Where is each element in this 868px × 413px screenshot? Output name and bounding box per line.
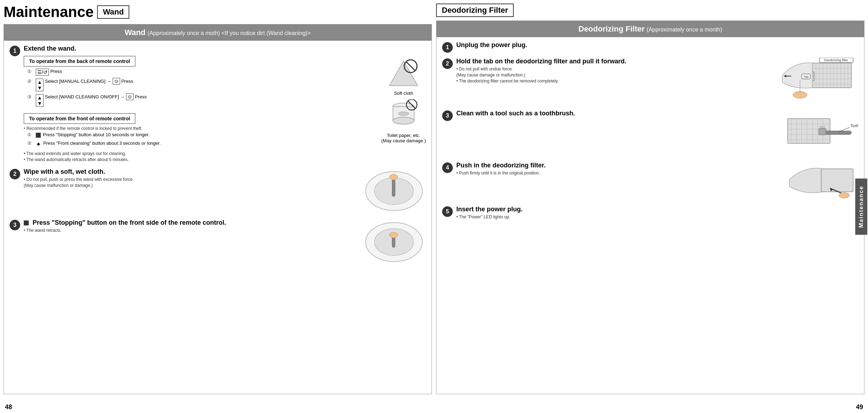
svg-rect-55 xyxy=(823,131,851,134)
wand-tab-badge[interactable]: Wand xyxy=(97,5,129,19)
back-substeps: ① ☰/↺ Press ② ▲▼ Select [MANUAL CLEANING… xyxy=(27,69,371,107)
wand-section-content: 1 Extend the wand. To operate from the b… xyxy=(4,41,432,394)
deod-step-2-title: Hold the tab on the deodorizing filter a… xyxy=(456,58,777,65)
deod-header-sub: (Approximately once a month) xyxy=(647,27,722,33)
deod-step-3-content: Clean with a tool such as a toothbrush. xyxy=(456,110,858,157)
back-substep-2: ② ▲▼ Select [MANUAL CLEANING] → ⊙ Press xyxy=(27,79,371,91)
step-1-circle: 1 xyxy=(10,46,20,56)
deod-step-1-circle: 1 xyxy=(442,42,453,53)
deod-step-4-circle: 4 xyxy=(442,162,453,173)
deod-step-2-content: Hold the tab on the deodorizing filter a… xyxy=(456,58,858,105)
deod-step-4: 4 Push in the deodorizing filter. • Push… xyxy=(442,162,858,201)
page-title: Maintenance xyxy=(4,4,94,21)
front-substeps: ① Press "Stopping" button about 10 secon… xyxy=(27,132,371,148)
toothbrush-illustration: Toothbrush, etc. xyxy=(780,110,858,156)
right-header: Deodorizing Filter xyxy=(436,4,864,17)
deod-step-3: 3 Clean with a tool such as a toothbrush… xyxy=(442,110,858,157)
svg-text:Deodorizing filter: Deodorizing filter xyxy=(824,58,848,62)
wand-section-box: Wand (Approximately once a moth) <If you… xyxy=(4,24,432,394)
deod-step-3-title: Clean with a tool such as a toothbrush. xyxy=(456,110,777,117)
soft-cloth-image: Soft cloth xyxy=(386,57,421,96)
deod-step-5-content: Insert the power plug. • The "Power" LED… xyxy=(456,206,858,220)
deod-step-3-circle: 3 xyxy=(442,110,453,121)
deod-step-4-title: Push in the deodorizing filter. xyxy=(456,162,784,169)
side-tab: Maintenance xyxy=(855,178,867,235)
front-substep-1: ① Press "Stopping" button about 10 secon… xyxy=(27,132,371,138)
deod-step-4-content: Push in the deodorizing filter. • Push f… xyxy=(456,162,858,201)
wand-step-2: 2 Wipe with a soft, wet cloth. • Do not … xyxy=(10,168,426,214)
right-section: Deodorizing Filter Deodorizing Filter (A… xyxy=(436,4,864,394)
step-3-content: Press "Stopping" button on the front sid… xyxy=(24,219,426,265)
side-tab-container: Maintenance xyxy=(855,178,868,235)
back-substep-1: ① ☰/↺ Press xyxy=(27,69,371,76)
deod-section-content: 1 Unplug the power plug. 2 Hold the tab … xyxy=(436,37,864,394)
front-substep-2: ② ✦ Press "Front cleansing" button about… xyxy=(27,140,371,148)
push-filter-illustration xyxy=(788,162,858,201)
deod-filter-illustration: Deodorizing filter Tab xyxy=(780,58,858,104)
svg-marker-0 xyxy=(389,61,418,86)
step-2-title: Wipe with a soft, wet cloth. xyxy=(24,168,355,176)
left-header: Maintenance Wand xyxy=(4,4,432,21)
svg-point-12 xyxy=(389,174,398,180)
step-1-title: Extend the wand. xyxy=(24,45,426,52)
step-1-content: Extend the wand. To operate from the bac… xyxy=(24,45,426,163)
page-numbers: 48 49 xyxy=(0,401,868,413)
svg-point-6 xyxy=(398,112,409,115)
front-button[interactable]: To operate from the front of remote cont… xyxy=(24,113,135,124)
step-2-circle: 2 xyxy=(10,169,20,179)
deod-step-5: 5 Insert the power plug. • The "Power" L… xyxy=(442,206,858,220)
front-note: • Recommended if the remote control is l… xyxy=(24,126,371,131)
svg-point-5 xyxy=(393,117,414,124)
svg-text:Toothbrush, etc.: Toothbrush, etc. xyxy=(850,124,858,128)
deod-step-1-content: Unplug the power plug. xyxy=(456,41,858,50)
svg-rect-63 xyxy=(821,169,853,192)
deod-section-header: Deodorizing Filter (Approximately once a… xyxy=(436,21,864,37)
page-number-left: 48 xyxy=(5,403,12,411)
deod-step-2-circle: 2 xyxy=(442,58,453,69)
back-button[interactable]: To operate from the back of remote contr… xyxy=(24,56,135,67)
wand-step-3: 3 Press "Stopping" button on the front s… xyxy=(10,219,426,265)
wand-stop-illustration xyxy=(362,219,426,265)
page-number-right: 49 xyxy=(856,403,863,411)
cloth-caption: Soft cloth xyxy=(394,91,413,96)
deod-step-2: 2 Hold the tab on the deodorizing filter… xyxy=(442,58,858,105)
step-2-content: Wipe with a soft, wet cloth. • Do not pu… xyxy=(24,168,426,214)
back-substep-3: ③ ▲▼ Select [WAND CLEANING ON/OFF] → ⊙ P… xyxy=(27,94,371,107)
toilet-illustration xyxy=(388,99,419,131)
deod-step-5-circle: 5 xyxy=(442,206,453,217)
step-3-circle: 3 xyxy=(10,220,20,230)
wand-notes: • The wand extends and water sprays out … xyxy=(24,151,371,162)
step-3-title: Press "Stopping" button on the front sid… xyxy=(24,219,355,226)
deod-step-5-title: Insert the power plug. xyxy=(456,206,858,213)
deod-step-1-title: Unplug the power plug. xyxy=(456,41,858,49)
deod-section-box: Deodorizing Filter (Approximately once a… xyxy=(436,21,864,394)
svg-rect-56 xyxy=(819,128,826,135)
wand-step-1: 1 Extend the wand. To operate from the b… xyxy=(10,45,426,163)
svg-rect-15 xyxy=(392,237,395,247)
wand-section-header: Wand (Approximately once a moth) <If you… xyxy=(4,24,432,41)
wand-header-main: Wand (Approximately once a moth) <If you… xyxy=(125,29,311,36)
svg-rect-11 xyxy=(392,179,395,196)
left-section: Maintenance Wand Wand (Approximately onc… xyxy=(4,4,432,394)
svg-text:Tab: Tab xyxy=(804,75,809,79)
wand-wipe-illustration xyxy=(362,168,426,214)
svg-point-16 xyxy=(389,232,398,238)
deod-step-1: 1 Unplug the power plug. xyxy=(442,41,858,53)
deod-tab-badge[interactable]: Deodorizing Filter xyxy=(436,4,514,17)
svg-point-66 xyxy=(839,193,850,198)
toilet-caption: Toilet paper, etc.(May cause damage.) xyxy=(381,133,426,143)
toilet-paper-image: Toilet paper, etc.(May cause damage.) xyxy=(381,99,426,143)
cloth-illustration xyxy=(386,57,421,89)
